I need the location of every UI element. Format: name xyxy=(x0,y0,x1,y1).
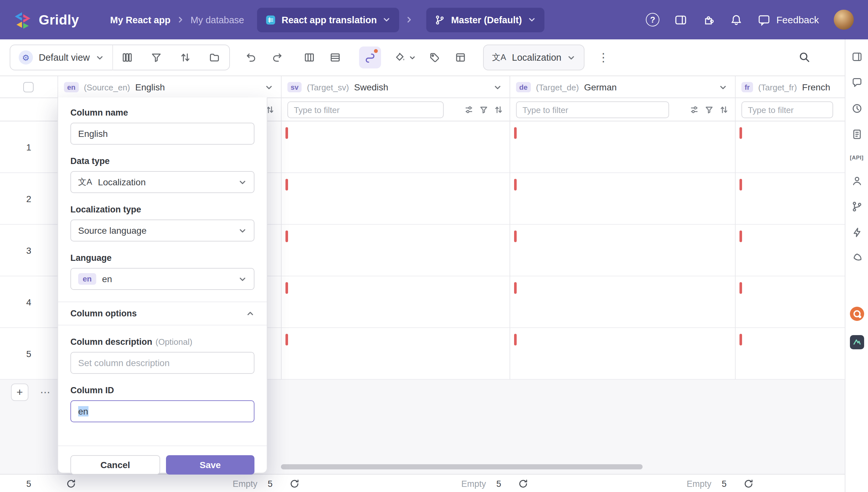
language-select[interactable]: en en xyxy=(70,268,255,290)
column-header-en[interactable]: en (Source_en) English xyxy=(57,76,281,98)
grid-icon xyxy=(265,15,276,25)
data-type-select[interactable]: 文A Localization xyxy=(70,171,255,193)
chevron-up-icon xyxy=(246,309,255,318)
localization-type-select[interactable]: Source language xyxy=(70,220,255,242)
record-panel-icon[interactable] xyxy=(851,128,863,140)
feedback-icon xyxy=(757,13,770,26)
fill-color-button[interactable] xyxy=(389,47,411,69)
column-id-tag: (Target_de) xyxy=(536,82,579,92)
column-header-sv[interactable]: sv (Target_sv) Swedish xyxy=(281,76,510,98)
breadcrumb-project[interactable]: My React app xyxy=(110,15,170,25)
empty-label: Empty xyxy=(461,479,486,488)
members-icon[interactable] xyxy=(851,175,863,187)
data-type-dropdown[interactable]: 文A Localization xyxy=(483,45,585,70)
untranslated-marker xyxy=(514,230,517,242)
adjust-icon[interactable] xyxy=(690,105,699,114)
chevron-down-icon[interactable] xyxy=(719,83,727,91)
filter-input-fr[interactable] xyxy=(742,101,833,118)
empty-label: Empty xyxy=(686,479,712,488)
redo-button[interactable] xyxy=(266,47,288,69)
column-divider xyxy=(281,76,282,380)
row-number: 4 xyxy=(0,297,57,307)
help-icon[interactable]: ? xyxy=(646,13,659,26)
refresh-icon[interactable] xyxy=(518,478,528,489)
filter-input-de[interactable] xyxy=(516,101,669,118)
view-selector-label: Default view xyxy=(39,52,90,63)
column-options-toggle[interactable]: Column options xyxy=(70,302,255,325)
sort-icon[interactable] xyxy=(720,105,728,114)
panels-icon[interactable] xyxy=(674,13,687,26)
integrations-icon[interactable] xyxy=(851,252,863,264)
divider xyxy=(58,445,267,446)
column-name-input[interactable] xyxy=(70,123,255,145)
tag-button[interactable] xyxy=(424,47,445,69)
automations-icon[interactable] xyxy=(851,227,863,238)
column-name: English xyxy=(135,82,165,92)
brand-name: Gridly xyxy=(39,12,79,27)
view-selector[interactable]: ⚙ Default view xyxy=(10,50,112,65)
history-icon[interactable] xyxy=(851,103,863,114)
chevron-down-icon[interactable] xyxy=(493,83,502,91)
app-dark-icon[interactable] xyxy=(850,335,864,349)
localization-type-value: Source language xyxy=(78,225,147,236)
branch-selector[interactable]: Master (Default) xyxy=(427,7,545,32)
column-width-button[interactable] xyxy=(298,47,320,69)
chevron-down-icon xyxy=(96,53,104,62)
filter-input-sv[interactable] xyxy=(287,101,444,118)
user-avatar[interactable] xyxy=(834,10,854,30)
column-header-de[interactable]: de (Target_de) German xyxy=(510,76,735,98)
navbar: Gridly My React app My database React ap… xyxy=(0,0,868,40)
adjust-icon[interactable] xyxy=(464,105,474,114)
chevron-down-icon xyxy=(567,53,575,62)
localization-icon: 文A xyxy=(492,52,506,63)
chevron-down-icon xyxy=(528,16,536,24)
row-options-button[interactable]: ⋯ xyxy=(37,384,54,401)
api-icon[interactable]: [API] xyxy=(850,154,864,161)
column-header-fr[interactable]: fr (Target_fr) French xyxy=(735,76,845,98)
comments-icon[interactable] xyxy=(851,77,863,89)
search-button[interactable] xyxy=(798,51,811,64)
column-description-input[interactable] xyxy=(70,352,255,374)
group-button[interactable] xyxy=(200,45,229,70)
refresh-icon[interactable] xyxy=(289,478,300,489)
grid-selector-label: React app translation xyxy=(282,15,377,25)
filter-button[interactable] xyxy=(142,45,171,70)
grid-selector[interactable]: React app translation xyxy=(257,7,400,32)
select-all-checkbox[interactable] xyxy=(23,82,33,92)
branches-icon[interactable] xyxy=(851,201,863,213)
app-orange-icon[interactable] xyxy=(850,307,864,321)
save-button[interactable]: Save xyxy=(166,455,255,474)
undo-button[interactable] xyxy=(240,47,262,69)
untranslated-marker xyxy=(286,230,288,242)
refresh-icon[interactable] xyxy=(743,478,754,489)
more-options-button[interactable]: ⋮ xyxy=(594,50,613,65)
grid-footer: 5 Empty 5 Empty 5 xyxy=(0,474,845,492)
filter-cell-icons xyxy=(464,105,503,114)
feedback-button[interactable]: Feedback xyxy=(757,13,819,26)
empty-count: 5 xyxy=(722,479,727,488)
footer-cell-fr xyxy=(735,474,845,492)
refresh-icon[interactable] xyxy=(66,478,76,489)
notifications-bell-icon[interactable] xyxy=(730,13,743,26)
filter-icon[interactable] xyxy=(705,105,714,114)
row-height-button[interactable] xyxy=(324,47,346,69)
board-panel-icon[interactable] xyxy=(851,51,863,63)
add-row-button[interactable]: + xyxy=(11,384,28,401)
chevron-down-icon[interactable] xyxy=(265,83,273,91)
table-view-button[interactable] xyxy=(450,47,472,69)
breadcrumb-database[interactable]: My database xyxy=(191,15,244,25)
sort-icon[interactable] xyxy=(494,105,503,114)
cancel-button[interactable]: Cancel xyxy=(70,455,160,474)
sort-button[interactable] xyxy=(171,45,200,70)
manage-columns-button[interactable] xyxy=(113,45,142,70)
filter-icon[interactable] xyxy=(479,105,488,114)
horizontal-scrollbar[interactable] xyxy=(281,464,643,469)
footer-cell-sv: Empty 5 xyxy=(281,474,510,492)
addons-puzzle-icon[interactable] xyxy=(702,13,715,26)
dependencies-button[interactable] xyxy=(359,47,381,69)
column-id-input[interactable]: en xyxy=(70,400,255,422)
column-divider xyxy=(735,76,736,380)
data-type-value: Localization xyxy=(98,177,146,187)
localization-icon: 文A xyxy=(78,176,92,188)
row-number: 5 xyxy=(0,348,57,359)
